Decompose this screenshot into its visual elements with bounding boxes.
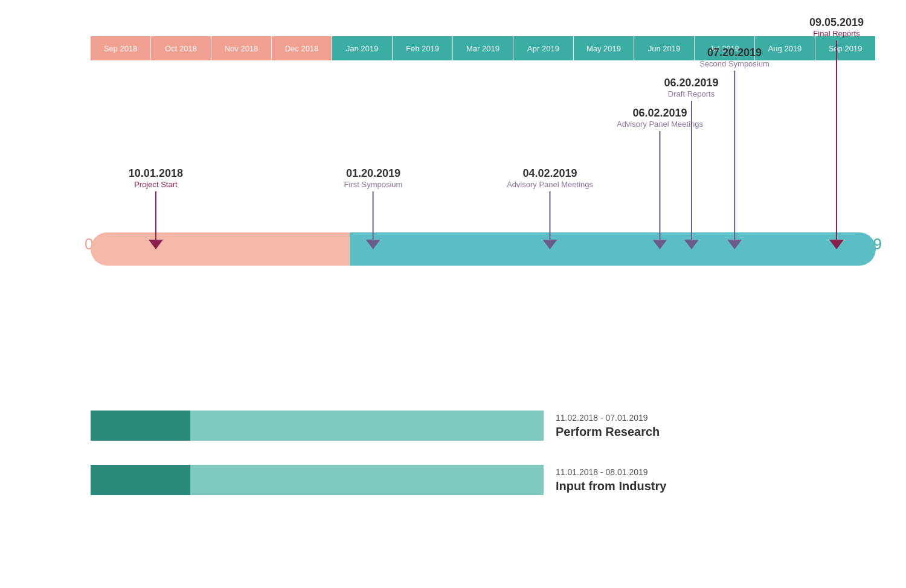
milestone-label-project-start: 10.01.2018Project Start: [129, 167, 183, 189]
gantt-title-perform-research: Perform Research: [556, 425, 660, 439]
month-cell-apr-2019: Apr 2019: [513, 36, 574, 60]
gantt-section: 11.02.2018 - 07.01.2019Perform Research1…: [91, 411, 876, 519]
month-cell-feb-2019: Feb 2019: [393, 36, 453, 60]
milestone-name-second-symposium: Second Symposium: [699, 59, 769, 68]
milestone-label-advisory-panel-apr: 04.02.2019Advisory Panel Meetings: [507, 167, 593, 189]
milestone-arrow-draft-reports: [684, 240, 699, 249]
gantt-label-input-from-industry: 11.01.2018 - 08.01.2019Input from Indust…: [556, 467, 666, 493]
gantt-light-perform-research: [190, 411, 544, 441]
milestone-name-project-start: Project Start: [134, 180, 178, 189]
month-cell-jan-2019: Jan 2019: [332, 36, 393, 60]
milestone-line-advisory-panel-apr: [549, 191, 550, 240]
milestone-date-project-start: 10.01.2018: [129, 167, 183, 180]
milestone-date-advisory-panel-apr: 04.02.2019: [522, 167, 577, 180]
milestone-name-final-reports: Final Reports: [813, 29, 859, 38]
milestone-arrow-project-start: [149, 240, 163, 249]
milestone-date-final-reports: 09.05.2019: [809, 16, 864, 29]
gantt-dark-perform-research: [91, 411, 190, 441]
milestone-line-final-reports: [836, 40, 837, 240]
gantt-light-input-from-industry: [190, 465, 544, 495]
milestone-date-second-symposium: 07.20.2019: [707, 46, 762, 59]
month-cell-oct-2018: Oct 2018: [151, 36, 211, 60]
gantt-bar-input-from-industry: [91, 465, 544, 495]
gantt-label-perform-research: 11.02.2018 - 07.01.2019Perform Research: [556, 413, 660, 439]
milestone-first-symposium: 01.20.2019First Symposium: [344, 167, 403, 249]
milestone-name-advisory-panel-apr: Advisory Panel Meetings: [507, 180, 593, 189]
milestone-second-symposium: 07.20.2019Second Symposium: [699, 46, 769, 249]
milestone-date-first-symposium: 01.20.2019: [346, 167, 400, 180]
gantt-title-input-from-industry: Input from Industry: [556, 479, 666, 493]
milestone-final-reports: 09.05.2019Final Reports: [809, 16, 864, 249]
milestone-arrow-second-symposium: [727, 240, 742, 249]
timeline-area: 09.01.2018 10.01.2019 10.01.2018Project …: [91, 78, 876, 290]
milestone-line-first-symposium: [373, 191, 374, 240]
milestone-label-final-reports: 09.05.2019Final Reports: [809, 16, 864, 38]
milestone-line-advisory-panel-jun: [659, 131, 660, 240]
month-cell-dec-2018: Dec 2018: [272, 36, 332, 60]
milestone-label-second-symposium: 07.20.2019Second Symposium: [699, 46, 769, 68]
milestone-line-project-start: [155, 191, 156, 240]
gantt-bar-perform-research: [91, 411, 544, 441]
bar-teal: [350, 232, 876, 266]
month-cell-sep-2018: Sep 2018: [91, 36, 151, 60]
gantt-dates-perform-research: 11.02.2018 - 07.01.2019: [556, 413, 660, 423]
milestone-arrow-advisory-panel-apr: [542, 240, 557, 249]
milestone-arrow-final-reports: [829, 240, 844, 249]
gantt-row-perform-research: 11.02.2018 - 07.01.2019Perform Research: [91, 411, 876, 441]
milestone-advisory-panel-apr: 04.02.2019Advisory Panel Meetings: [507, 167, 593, 249]
page-container: Sep 2018Oct 2018Nov 2018Dec 2018Jan 2019…: [0, 0, 906, 588]
month-cell-jun-2019: Jun 2019: [634, 36, 695, 60]
month-cell-nov-2018: Nov 2018: [211, 36, 272, 60]
milestone-project-start: 10.01.2018Project Start: [129, 167, 183, 249]
month-cell-may-2019: May 2019: [574, 36, 634, 60]
milestone-line-second-symposium: [734, 71, 735, 240]
gantt-dates-input-from-industry: 11.01.2018 - 08.01.2019: [556, 467, 666, 477]
milestone-label-first-symposium: 01.20.2019First Symposium: [344, 167, 403, 189]
gantt-dark-input-from-industry: [91, 465, 190, 495]
milestone-line-draft-reports: [691, 101, 692, 240]
gantt-row-input-from-industry: 11.01.2018 - 08.01.2019Input from Indust…: [91, 465, 876, 495]
month-cell-mar-2019: Mar 2019: [453, 36, 513, 60]
milestone-arrow-first-symposium: [366, 240, 381, 249]
milestone-name-first-symposium: First Symposium: [344, 180, 403, 189]
